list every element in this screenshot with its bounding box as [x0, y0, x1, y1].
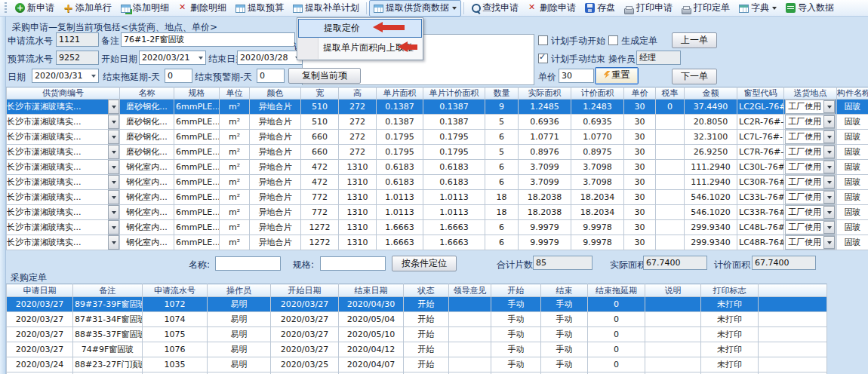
- cell-width[interactable]: 772: [301, 205, 339, 220]
- reset-button[interactable]: 重置: [595, 67, 639, 84]
- cell-unit[interactable]: m²: [220, 160, 250, 175]
- cell-actual_area[interactable]: 1.0771: [519, 130, 571, 145]
- cell-start[interactable]: 手动: [491, 327, 541, 342]
- cell-end-date[interactable]: 2020/04/12: [339, 342, 404, 357]
- delivery-location-combo-arrow[interactable]: [823, 176, 835, 189]
- cell-width[interactable]: 472: [301, 160, 339, 175]
- cell-window_code[interactable]: LC30R-76#...: [737, 175, 784, 190]
- new-request-button[interactable]: 新申请: [11, 0, 59, 17]
- cell-actual_area[interactable]: 3.7099: [519, 160, 571, 175]
- cell-supplier[interactable]: 长沙市潇湘玻璃实...: [7, 145, 120, 160]
- cell-width[interactable]: 1272: [301, 235, 339, 250]
- cell-leader-opinion[interactable]: [449, 312, 491, 327]
- cell-delivery_location[interactable]: 工厂使用: [784, 160, 837, 175]
- cell-delivery_location[interactable]: 工厂使用: [784, 205, 837, 220]
- cell-unit_price[interactable]: 30: [624, 235, 656, 250]
- cell-serial-no[interactable]: 1072: [143, 297, 208, 312]
- cell-qty[interactable]: 6: [485, 220, 519, 235]
- cell-apply-date[interactable]: 2020/03/27: [7, 327, 73, 342]
- cell-component_name[interactable]: 固玻: [837, 100, 868, 115]
- supplier-combo-arrow[interactable]: [108, 145, 119, 159]
- cell-delivery_location[interactable]: 工厂使用: [784, 220, 837, 235]
- cell-delivery_location[interactable]: 工厂使用: [784, 145, 837, 160]
- supplier-combo-arrow[interactable]: [108, 100, 119, 114]
- cell-end[interactable]: 手动: [541, 327, 588, 342]
- cell-color[interactable]: 异地合片: [250, 115, 301, 130]
- cell-unit_price[interactable]: 30: [624, 115, 656, 130]
- cell-start[interactable]: 手动: [491, 342, 541, 357]
- cell-delivery_location[interactable]: 工厂使用: [784, 100, 837, 115]
- cell-actual_area[interactable]: 18.2038: [519, 205, 571, 220]
- cell-end-delay[interactable]: 0: [588, 357, 645, 372]
- previous-order-button[interactable]: 上一单: [672, 32, 717, 48]
- cell-amount[interactable]: 111.2940: [685, 175, 737, 190]
- dictionary-button[interactable]: 字典: [734, 0, 781, 17]
- cell-tax_rate[interactable]: [656, 190, 685, 205]
- cell-spec[interactable]: 6mmPLE...: [174, 145, 220, 160]
- cell-amount[interactable]: 299.9340: [685, 220, 737, 235]
- cell-end[interactable]: 手动: [541, 297, 588, 312]
- cell-width[interactable]: 510: [301, 115, 339, 130]
- start-date-combo[interactable]: 2020/03/21: [139, 51, 206, 65]
- cell-spec[interactable]: 6mmPLE...: [174, 205, 220, 220]
- delivery-location-combo-arrow[interactable]: [823, 206, 835, 219]
- cell-actual_area[interactable]: 3.7099: [519, 175, 571, 190]
- find-request-button[interactable]: 查找申请: [466, 0, 523, 17]
- cell-color[interactable]: 异地合片: [250, 220, 301, 235]
- cell-width[interactable]: 472: [301, 175, 339, 190]
- cell-print-flag[interactable]: 未打印: [701, 297, 759, 312]
- cell-end-delay[interactable]: 0: [588, 342, 645, 357]
- add-detail-button[interactable]: 添加明细: [116, 0, 174, 17]
- cell-serial-no[interactable]: 1035: [143, 357, 208, 372]
- supplier-combo-arrow[interactable]: [108, 235, 119, 250]
- cell-qty[interactable]: 6: [485, 235, 519, 250]
- cell-height[interactable]: 1310: [339, 175, 377, 190]
- cell-unit[interactable]: m²: [220, 205, 250, 220]
- plan-manual-end-checkbox[interactable]: [538, 54, 548, 63]
- add-single-row-button[interactable]: 添加单行: [59, 0, 116, 17]
- cell-spec[interactable]: 6mmPLE...: [174, 100, 220, 115]
- cell-qty[interactable]: 6: [485, 160, 519, 175]
- cell-price_area[interactable]: 9.9978: [571, 235, 624, 250]
- cell-print-flag[interactable]: 未打印: [701, 312, 759, 327]
- chevron-down-icon[interactable]: [91, 75, 96, 78]
- cell-color[interactable]: 异地合片: [250, 130, 301, 145]
- table-row[interactable]: 2020/03/2788#35-37F窗固玻1075易明2020/03/2720…: [7, 327, 827, 342]
- cell-color[interactable]: 异地合片: [250, 160, 301, 175]
- cell-width[interactable]: 660: [301, 145, 339, 160]
- end-warn-input[interactable]: 0: [257, 69, 285, 83]
- cell-component_name[interactable]: 固玻: [837, 175, 868, 190]
- cell-unit_price[interactable]: 30: [624, 130, 656, 145]
- cell-amount[interactable]: 32.3100: [685, 130, 737, 145]
- locate-by-condition-button[interactable]: 按条件定位: [392, 256, 457, 271]
- cell-unit[interactable]: m²: [220, 175, 250, 190]
- supplier-combo-arrow[interactable]: [108, 205, 119, 219]
- filter-name-input[interactable]: [215, 256, 281, 271]
- cell-color[interactable]: 异地合片: [250, 190, 301, 205]
- cell-name[interactable]: 磨砂钢化...: [120, 145, 174, 160]
- cell-name[interactable]: 磨砂钢化...: [120, 130, 174, 145]
- cell-color[interactable]: 异地合片: [250, 100, 301, 115]
- cell-height[interactable]: 1310: [339, 220, 377, 235]
- cell-qty[interactable]: 5: [485, 115, 519, 130]
- supplier-combo-arrow[interactable]: [108, 220, 119, 235]
- supplier-combo-arrow[interactable]: [108, 160, 119, 174]
- cell-remark[interactable]: 88#23-27F门顶玻: [73, 357, 143, 372]
- table-row[interactable]: 2020/03/2789#37-39F窗固玻1072易明2020/03/2720…: [7, 297, 827, 312]
- delivery-location-combo-arrow[interactable]: [823, 236, 835, 249]
- table-row[interactable]: 长沙市潇湘玻璃实...磨砂钢化...6mmPLE...m²异地合片6602720…: [7, 130, 868, 145]
- cell-height[interactable]: 272: [339, 130, 377, 145]
- cell-operator[interactable]: 易明: [208, 312, 271, 327]
- save-disk-button[interactable]: 存盘: [580, 0, 620, 17]
- date-combo[interactable]: 2020/03/31: [32, 69, 99, 83]
- cell-price_area[interactable]: 0.6935: [571, 115, 624, 130]
- cell-unit[interactable]: m²: [220, 220, 250, 235]
- cell-width[interactable]: 510: [301, 100, 339, 115]
- cell-start[interactable]: 手动: [491, 312, 541, 327]
- cell-name[interactable]: 磨砂钢化...: [120, 100, 174, 115]
- cell-serial-no[interactable]: 1074: [143, 312, 208, 327]
- cell-start-date[interactable]: 2020/03/27: [271, 312, 339, 327]
- cell-piece_area[interactable]: 0.1795: [377, 145, 423, 160]
- cell-note[interactable]: [645, 357, 701, 372]
- cell-color[interactable]: 异地合片: [250, 235, 301, 250]
